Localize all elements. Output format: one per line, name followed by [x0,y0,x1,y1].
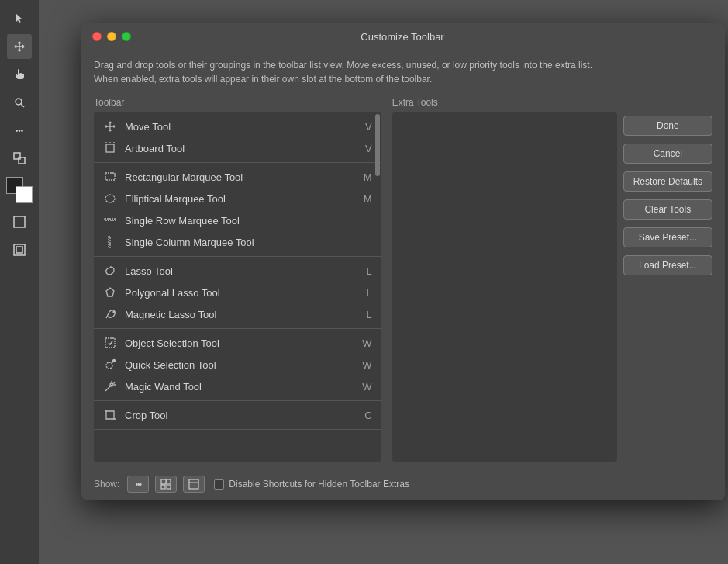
artboard-tool-name: Artboard Tool [125,143,357,154]
tool-item-obj-sel[interactable]: Object Selection Tool W [94,332,381,354]
move-tool-icon [103,119,117,133]
tool-group-crop: Crop Tool C [94,401,381,430]
svg-rect-11 [105,173,115,180]
toolbar-column: Toolbar Move Tool V [94,97,381,462]
ellip-marquee-icon [103,192,117,206]
dialog-footer: Show: ••• Disable Shortcuts for Hidden T… [81,468,725,500]
svg-rect-24 [161,479,166,484]
done-button[interactable]: Done [623,116,712,136]
row-marquee-name: Single Row Marquee Tool [125,215,364,227]
tool-item-crop[interactable]: Crop Tool C [94,404,381,426]
svg-rect-3 [19,157,25,164]
obj-sel-icon [103,336,117,350]
dialog-titlebar: Customize Toolbar [81,23,725,49]
minimize-button[interactable] [107,32,116,41]
svg-rect-25 [167,479,171,483]
close-button[interactable] [92,32,102,41]
quick-sel-shortcut: W [362,359,371,371]
sidebar-tool-move[interactable] [7,34,32,59]
sidebar-tool-extras[interactable]: ••• [7,118,32,143]
sidebar-tool-frame[interactable] [7,237,32,262]
mag-lasso-name: Magnetic Lasso Tool [125,309,358,320]
ellip-marquee-name: Elliptical Marquee Tool [125,193,356,205]
tool-group-lasso: Lasso Tool L Polygonal Lasso Tool [94,257,381,329]
maximize-button[interactable] [122,32,131,41]
tool-item-rect-marquee[interactable]: Rectangular Marquee Tool M [94,166,381,188]
poly-lasso-shortcut: L [366,287,371,299]
disable-shortcuts-label: Disable Shortcuts for Hidden Toolbar Ext… [229,479,409,490]
sidebar-tool-screen[interactable] [7,209,32,234]
poly-lasso-name: Polygonal Lasso Tool [125,287,358,299]
tool-item-ellip-marquee[interactable]: Elliptical Marquee Tool M [94,188,381,209]
clear-tools-button[interactable]: Clear Tools [623,199,712,220]
toolbar-column-label: Toolbar [94,97,381,108]
cancel-button[interactable]: Cancel [623,144,712,164]
restore-defaults-button[interactable]: Restore Defaults [623,171,712,192]
svg-rect-16 [105,338,115,348]
move-tool-name: Move Tool [125,121,357,133]
lasso-name: Lasso Tool [125,265,358,277]
svg-rect-28 [189,479,198,489]
svg-rect-26 [161,485,165,489]
tool-item-artboard[interactable]: Artboard Tool V [94,137,381,159]
dialog-body: Drag and drop tools or their groupings i… [81,49,725,462]
toolbar-list[interactable]: Move Tool V Artboard Too [94,112,381,462]
photoshop-sidebar: ••• [0,0,39,564]
rect-marquee-icon [103,170,117,184]
disable-shortcuts-checkbox[interactable] [214,479,224,490]
scrollbar-handle[interactable] [375,114,380,176]
obj-sel-name: Object Selection Tool [125,337,354,349]
lasso-icon [103,264,117,278]
move-tool-shortcut: V [365,121,372,133]
svg-rect-2 [14,153,20,159]
artboard-tool-icon [103,141,117,155]
show-dots-button[interactable]: ••• [127,476,149,493]
tool-item-move[interactable]: Move Tool V [94,116,381,137]
wand-name: Magic Wand Tool [125,381,354,393]
dialog-columns: Toolbar Move Tool V [94,97,617,462]
dialog-title: Customize Toolbar [361,31,443,43]
col-marquee-icon [103,235,117,249]
tool-item-quick-sel[interactable]: Quick Selection Tool W [94,354,381,375]
show-icon-button[interactable] [155,476,177,493]
crop-shortcut: C [364,410,371,421]
svg-rect-7 [106,144,114,152]
wand-icon [103,379,117,393]
extra-tools-area[interactable] [392,112,617,462]
svg-line-22 [114,382,116,384]
sidebar-color-swatch[interactable] [6,177,33,203]
mag-lasso-icon [103,307,117,321]
tool-group-selection: Object Selection Tool W [94,329,381,401]
save-preset-button[interactable]: Save Preset... [623,227,712,247]
show-panel-button[interactable] [183,476,205,493]
rect-marquee-shortcut: M [364,171,372,183]
tool-item-row-marquee[interactable]: Single Row Marquee Tool [94,209,381,231]
customize-toolbar-dialog: Customize Toolbar Drag and drop tools or… [81,23,725,500]
svg-rect-5 [14,244,25,255]
ellip-marquee-shortcut: M [364,193,372,205]
background-color[interactable] [16,186,33,203]
tool-item-lasso[interactable]: Lasso Tool L [94,260,381,282]
dialog-actions: Done Cancel Restore Defaults Clear Tools… [617,97,712,462]
quick-sel-icon [103,358,117,372]
svg-rect-13 [105,219,116,220]
svg-rect-4 [14,216,25,227]
extra-tools-column: Extra Tools [392,97,617,462]
tool-item-wand[interactable]: Magic Wand Tool W [94,375,381,397]
svg-point-0 [16,99,22,105]
tool-item-poly-lasso[interactable]: Polygonal Lasso Tool L [94,282,381,303]
svg-rect-27 [167,485,171,489]
tool-group-marquee: Rectangular Marquee Tool M Elliptical Ma… [94,163,381,257]
svg-point-12 [105,195,115,202]
crop-icon [103,408,117,422]
tool-item-mag-lasso[interactable]: Magnetic Lasso Tool L [94,303,381,325]
load-preset-button[interactable]: Load Preset... [623,255,712,275]
row-marquee-icon [103,213,117,227]
sidebar-tool-hand[interactable] [7,62,32,87]
sidebar-tool-cursor[interactable] [7,6,32,31]
traffic-lights [92,32,131,41]
rect-marquee-name: Rectangular Marquee Tool [125,171,356,183]
tool-item-col-marquee[interactable]: Single Column Marquee Tool [94,231,381,253]
sidebar-tool-swap[interactable] [7,146,32,171]
sidebar-tool-zoom[interactable] [7,90,32,115]
